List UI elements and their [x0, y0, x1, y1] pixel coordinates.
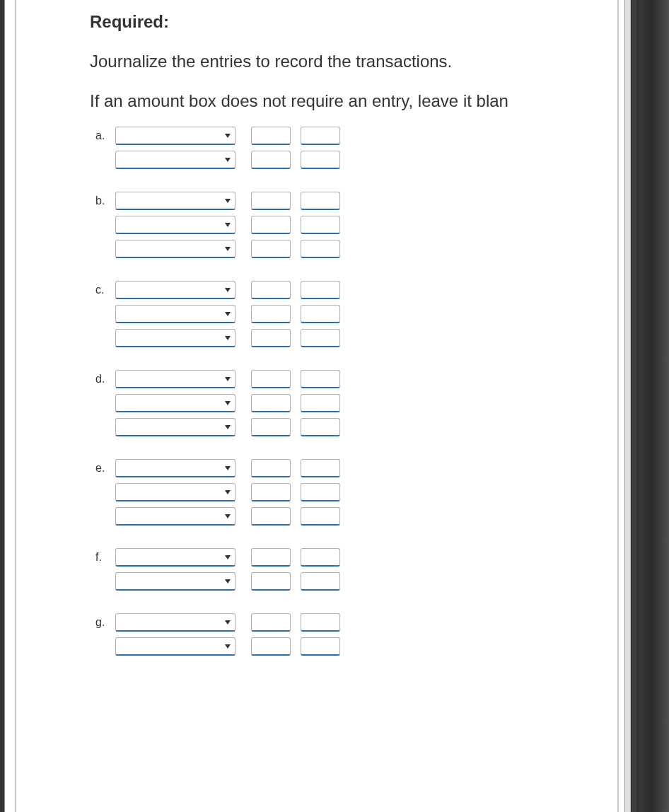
debit-field[interactable]	[252, 240, 290, 257]
account-select[interactable]	[115, 281, 235, 299]
debit-field[interactable]	[252, 419, 290, 435]
credit-field[interactable]	[301, 484, 339, 500]
credit-input[interactable]	[301, 572, 340, 591]
account-select[interactable]	[115, 572, 235, 591]
credit-field[interactable]	[301, 419, 339, 435]
debit-field[interactable]	[252, 151, 290, 168]
debit-field[interactable]	[252, 306, 290, 322]
entry-row: d.	[95, 370, 554, 388]
account-select[interactable]	[115, 507, 235, 526]
credit-input[interactable]	[301, 548, 340, 567]
credit-field[interactable]	[301, 306, 339, 322]
credit-input[interactable]	[301, 281, 340, 299]
entry-group-d: d.	[95, 370, 554, 436]
debit-field[interactable]	[252, 549, 290, 565]
debit-input[interactable]	[251, 507, 291, 526]
account-select[interactable]	[115, 459, 235, 477]
credit-input[interactable]	[301, 613, 340, 632]
credit-field[interactable]	[301, 192, 339, 209]
debit-input[interactable]	[251, 394, 291, 412]
credit-field[interactable]	[301, 614, 339, 630]
credit-input[interactable]	[301, 305, 340, 323]
credit-field[interactable]	[301, 371, 339, 387]
credit-field[interactable]	[301, 151, 339, 168]
debit-input[interactable]	[251, 613, 291, 632]
debit-field[interactable]	[252, 127, 290, 144]
entry-row	[95, 151, 554, 169]
viewport: Required: Journalize the entries to reco…	[0, 0, 669, 812]
debit-field[interactable]	[252, 395, 290, 411]
debit-field[interactable]	[252, 192, 290, 209]
credit-input[interactable]	[301, 637, 340, 656]
credit-field[interactable]	[301, 638, 339, 654]
credit-input[interactable]	[301, 459, 340, 477]
debit-input[interactable]	[251, 192, 291, 210]
entry-label: c.	[95, 284, 115, 296]
debit-input[interactable]	[251, 418, 291, 436]
credit-input[interactable]	[301, 151, 340, 169]
credit-field[interactable]	[301, 282, 339, 298]
credit-field[interactable]	[301, 573, 339, 589]
debit-input[interactable]	[251, 548, 291, 567]
debit-field[interactable]	[252, 638, 290, 654]
account-select[interactable]	[115, 548, 235, 567]
debit-input[interactable]	[251, 240, 291, 258]
account-select[interactable]	[115, 637, 235, 656]
credit-input[interactable]	[301, 240, 340, 258]
debit-field[interactable]	[252, 371, 290, 387]
debit-input[interactable]	[251, 370, 291, 388]
debit-field[interactable]	[252, 282, 290, 298]
debit-field[interactable]	[252, 614, 290, 630]
debit-field[interactable]	[252, 573, 290, 589]
account-select[interactable]	[115, 151, 235, 169]
credit-input[interactable]	[301, 127, 340, 145]
account-select[interactable]	[115, 370, 235, 388]
account-select[interactable]	[115, 192, 235, 210]
debit-input[interactable]	[251, 637, 291, 656]
account-select[interactable]	[115, 127, 235, 145]
entry-row	[95, 483, 554, 501]
debit-input[interactable]	[251, 151, 291, 169]
credit-field[interactable]	[301, 127, 339, 144]
credit-input[interactable]	[301, 370, 340, 388]
debit-input[interactable]	[251, 305, 291, 323]
paper-page: Required: Journalize the entries to reco…	[4, 0, 625, 812]
debit-input[interactable]	[251, 329, 291, 347]
account-select[interactable]	[115, 394, 235, 412]
debit-input[interactable]	[251, 459, 291, 477]
debit-field[interactable]	[252, 508, 290, 524]
credit-input[interactable]	[301, 216, 340, 234]
debit-field[interactable]	[252, 216, 290, 233]
debit-input[interactable]	[251, 216, 291, 234]
debit-input[interactable]	[251, 483, 291, 501]
account-select[interactable]	[115, 329, 235, 347]
debit-field[interactable]	[252, 484, 290, 500]
account-select[interactable]	[115, 305, 235, 323]
entry-label: b.	[95, 195, 115, 207]
credit-input[interactable]	[301, 329, 340, 347]
debit-input[interactable]	[251, 572, 291, 591]
credit-field[interactable]	[301, 508, 339, 524]
credit-input[interactable]	[301, 418, 340, 436]
credit-input[interactable]	[301, 394, 340, 412]
credit-field[interactable]	[301, 216, 339, 233]
debit-input[interactable]	[251, 127, 291, 145]
credit-input[interactable]	[301, 507, 340, 526]
scrollbar-track[interactable]	[632, 0, 636, 812]
account-select[interactable]	[115, 483, 235, 501]
credit-field[interactable]	[301, 549, 339, 565]
debit-field[interactable]	[252, 460, 290, 476]
account-select[interactable]	[115, 216, 235, 234]
credit-input[interactable]	[301, 483, 340, 501]
credit-input[interactable]	[301, 192, 340, 210]
credit-field[interactable]	[301, 330, 339, 346]
account-select[interactable]	[115, 240, 235, 258]
credit-field[interactable]	[301, 460, 339, 476]
account-select[interactable]	[115, 613, 235, 632]
credit-field[interactable]	[301, 395, 339, 411]
entry-group-b: b.	[95, 192, 554, 258]
credit-field[interactable]	[301, 240, 339, 257]
debit-input[interactable]	[251, 281, 291, 299]
account-select[interactable]	[115, 418, 235, 436]
debit-field[interactable]	[252, 330, 290, 346]
